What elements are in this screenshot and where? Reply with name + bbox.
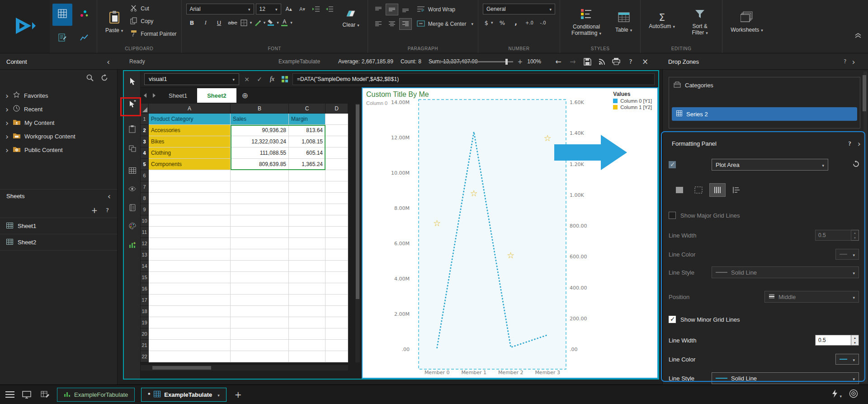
- cell-A5[interactable]: Components: [149, 159, 231, 170]
- cell-C20[interactable]: [289, 328, 326, 340]
- cell-A12[interactable]: [149, 238, 231, 249]
- confirm-formula-icon[interactable]: [255, 74, 264, 85]
- row-header-12[interactable]: 12: [141, 238, 149, 249]
- cell-A21[interactable]: [149, 340, 231, 351]
- row-header-16[interactable]: 16: [141, 283, 149, 295]
- select-visual-tool-icon[interactable]: [127, 98, 138, 109]
- autosum-button[interactable]: Σ AutoSum: [645, 3, 679, 42]
- cell-D17[interactable]: [326, 295, 348, 306]
- row-header-22[interactable]: 22: [141, 351, 149, 362]
- expand-formatting-panel-icon[interactable]: [858, 139, 861, 148]
- conditional-formatting-button[interactable]: Conditional Formatting: [565, 3, 608, 42]
- column-header-B[interactable]: B: [231, 104, 289, 114]
- format-target-select[interactable]: Plot Area: [712, 159, 828, 171]
- cell-A1[interactable]: Product Category: [149, 114, 231, 125]
- tree-item-recent[interactable]: Recent: [0, 102, 117, 116]
- column-header-C[interactable]: C: [289, 104, 326, 114]
- row-header-17[interactable]: 17: [141, 295, 149, 306]
- merge-center-button[interactable]: Merge & Center: [417, 18, 473, 30]
- bold-icon[interactable]: [186, 17, 198, 28]
- align-center-icon[interactable]: [386, 19, 398, 29]
- cell-C5[interactable]: 1,365.24: [289, 159, 326, 170]
- percent-format-icon[interactable]: [496, 17, 508, 28]
- underline-icon[interactable]: [213, 17, 225, 28]
- drop-zones-help-icon[interactable]: ?: [844, 58, 846, 65]
- border-tab-icon[interactable]: [691, 184, 706, 196]
- cell-D13[interactable]: [326, 249, 348, 261]
- collapse-sheets-icon[interactable]: [108, 191, 111, 201]
- cell-A8[interactable]: [149, 193, 231, 204]
- row-header-15[interactable]: 15: [141, 272, 149, 283]
- cell-B17[interactable]: [231, 295, 289, 306]
- cell-A13[interactable]: [149, 249, 231, 261]
- minor-line-width-stepper[interactable]: ▲▼: [851, 335, 859, 346]
- position-select[interactable]: Middle: [764, 291, 859, 303]
- panel-scrollbar[interactable]: [863, 71, 867, 383]
- cancel-formula-icon[interactable]: [242, 74, 252, 85]
- cell-C22[interactable]: [289, 351, 326, 362]
- mode-sheet-button[interactable]: [52, 28, 72, 50]
- cell-A2[interactable]: Accessories: [149, 125, 231, 136]
- new-document-tab-icon[interactable]: +: [235, 390, 242, 399]
- cell-D5[interactable]: [326, 159, 348, 170]
- major-line-width-stepper[interactable]: ▲▼: [851, 230, 859, 241]
- add-sheet-icon[interactable]: +: [91, 206, 98, 215]
- sheets-help-icon[interactable]: ?: [106, 207, 109, 214]
- sheet-nav-prev-icon[interactable]: [144, 93, 146, 98]
- collapse-ribbon-icon[interactable]: [854, 32, 862, 40]
- cell-B10[interactable]: [231, 215, 289, 227]
- cell-B3[interactable]: 12,322,030.24: [231, 136, 289, 147]
- sheet-list-item-sheet2[interactable]: Sheet2: [0, 234, 117, 251]
- decrease-decimal-icon[interactable]: [537, 17, 549, 28]
- refresh-icon[interactable]: [101, 74, 108, 83]
- row-header-6[interactable]: 6: [141, 170, 149, 181]
- mode-chart-button[interactable]: [74, 28, 94, 50]
- clipboard-tool-icon[interactable]: [127, 124, 138, 135]
- minor-line-color-picker[interactable]: [835, 354, 859, 365]
- grid-horizontal-scrollbar[interactable]: [141, 365, 348, 371]
- document-tab-exampletabulate[interactable]: * ExampleTabulate: [141, 388, 226, 402]
- tree-item-public-content[interactable]: Public Content: [0, 143, 117, 157]
- target-checkbox[interactable]: [669, 161, 676, 168]
- currency-format-icon[interactable]: [483, 17, 495, 28]
- add-sheet-tab-icon[interactable]: ⊕: [242, 91, 248, 100]
- column-header-D[interactable]: D: [326, 104, 348, 114]
- app-logo[interactable]: [0, 0, 50, 53]
- cell-B7[interactable]: [231, 181, 289, 193]
- font-size-select[interactable]: 12: [256, 4, 281, 14]
- indent-decrease-icon[interactable]: [324, 4, 335, 14]
- cell-C2[interactable]: 813.64: [289, 125, 326, 136]
- strikethrough-icon[interactable]: [227, 17, 239, 28]
- comma-format-icon[interactable]: [510, 17, 522, 28]
- show-major-gridlines-checkbox[interactable]: [669, 212, 676, 219]
- cell-C8[interactable]: [289, 193, 326, 204]
- close-document-icon[interactable]: ×: [639, 56, 651, 67]
- help-icon[interactable]: ?: [625, 56, 637, 67]
- cell-C3[interactable]: 1,008.15: [289, 136, 326, 147]
- cell-D2[interactable]: [326, 125, 348, 136]
- cell-A18[interactable]: [149, 306, 231, 317]
- cell-B12[interactable]: [231, 238, 289, 249]
- format-painter-button[interactable]: Format Painter: [130, 28, 176, 40]
- clear-button[interactable]: Clear: [339, 3, 363, 35]
- redo-forward-icon[interactable]: →: [567, 56, 579, 67]
- indent-increase-icon[interactable]: [310, 4, 322, 14]
- cell-D18[interactable]: [326, 306, 348, 317]
- cell-C21[interactable]: [289, 340, 326, 351]
- row-header-11[interactable]: 11: [141, 227, 149, 238]
- cell-B22[interactable]: [231, 351, 289, 362]
- major-line-width-input[interactable]: [815, 230, 851, 241]
- cell-D8[interactable]: [326, 193, 348, 204]
- font-family-select[interactable]: Arial: [186, 4, 254, 14]
- row-header-18[interactable]: 18: [141, 306, 149, 317]
- document-tab-examplefortabulate[interactable]: ExampleForTabulate: [57, 388, 135, 402]
- row-header-5[interactable]: 5: [141, 159, 149, 170]
- cell-B4[interactable]: 111,088.55: [231, 147, 289, 159]
- sort-filter-button[interactable]: Sort & Filter: [682, 3, 717, 42]
- search-icon[interactable]: [86, 74, 94, 83]
- gridlines-tab-icon[interactable]: [710, 184, 725, 196]
- fill-tab-icon[interactable]: [672, 184, 687, 196]
- borders-icon[interactable]: [241, 17, 252, 28]
- cell-B2[interactable]: 90,936.28: [231, 125, 289, 136]
- cell-D3[interactable]: [326, 136, 348, 147]
